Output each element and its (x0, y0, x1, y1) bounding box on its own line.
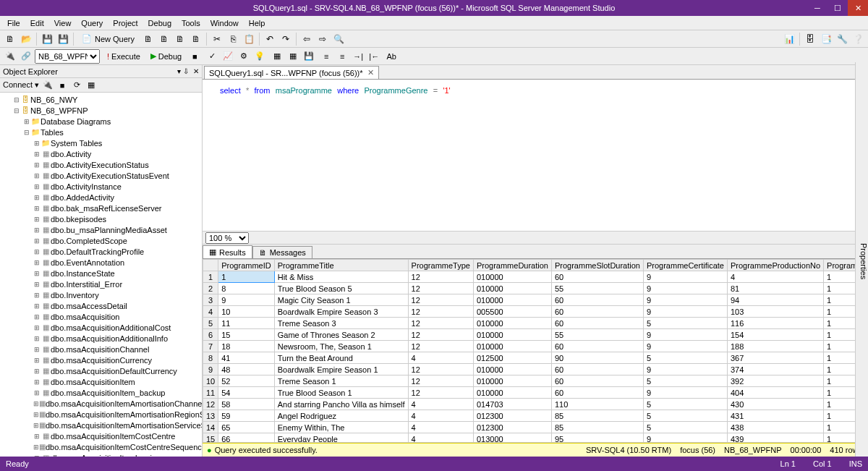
tree-item[interactable]: ⊞Database Diagrams (0, 116, 202, 127)
paste-icon[interactable]: 📋 (242, 32, 256, 46)
tree-item[interactable]: ⊞dbo.ActivityExecutionStatusEvent (0, 170, 202, 181)
tree-item[interactable]: ⊞System Tables (0, 137, 202, 148)
tree-item[interactable]: ⊞dbo.Activity (0, 148, 202, 159)
tab-close-icon[interactable]: ✕ (367, 68, 374, 77)
tree-item[interactable]: ⊞dbo.AddedActivity (0, 192, 202, 203)
save-icon[interactable]: 💾 (40, 32, 54, 46)
sql-editor[interactable]: select * from msaProgramme where Program… (203, 80, 868, 232)
tree-item[interactable]: ⊞dbo.msaAcquisitionCurrency (0, 355, 202, 365)
nav-fwd-icon[interactable]: ⇨ (315, 32, 330, 46)
results-text-icon[interactable]: ▦ (270, 49, 284, 64)
reg-servers-icon[interactable]: 🗄 (803, 32, 817, 46)
tree-item[interactable]: ⊞dbo.bu_msaPlanningMediaAsset (0, 224, 202, 235)
stop-icon[interactable]: ■ (56, 80, 68, 91)
tab-messages[interactable]: 🗎Messages (252, 246, 312, 258)
results-grid-icon[interactable]: ▦ (286, 49, 300, 64)
tree-item[interactable]: ⊞dbo.ActivityInstance (0, 181, 202, 192)
tree-item[interactable]: ⊞dbo.msaAcquisitionItemAmortisationChann… (0, 398, 202, 409)
tree-item[interactable]: ⊞dbo.msaAcquisitionItemAmortisationServi… (0, 420, 202, 430)
specify-values-icon[interactable]: Ab (384, 49, 399, 64)
copy-icon[interactable]: ⎘ (226, 32, 240, 46)
tree-item[interactable]: ⊞dbo.msaAcquisitionItemCostCentre (0, 430, 202, 441)
tree-item[interactable]: ⊞dbo.msaAcquisition (0, 311, 202, 322)
connect-icon[interactable]: 🔌 (3, 49, 17, 64)
results-file-icon[interactable]: 💾 (302, 49, 316, 64)
menu-debug[interactable]: Debug (144, 17, 176, 29)
tree-item[interactable]: ⊞dbo.msaAcquisitionAdditionalInfo (0, 333, 202, 344)
redo-icon[interactable]: ↷ (278, 32, 293, 46)
undo-icon[interactable]: ↶ (263, 32, 277, 46)
tree-item[interactable]: ⊞dbo.Inventory (0, 289, 202, 300)
tree-item[interactable]: ⊞dbo.CompletedScope (0, 235, 202, 246)
find-icon[interactable]: 🔍 (331, 32, 346, 46)
tree-item[interactable]: ⊞dbo.msaAccessDetail (0, 300, 202, 311)
parse-icon[interactable]: ✓ (205, 49, 219, 64)
database-select[interactable]: NB_68_WPFNP (35, 49, 100, 64)
disconnect-icon[interactable]: 🔌 (42, 80, 54, 91)
tree-item[interactable]: ⊞dbo.bak_msaRefLicenseServer (0, 203, 202, 213)
tree-item[interactable]: ⊞dbo.DefaultTrackingProfile (0, 246, 202, 257)
menu-query[interactable]: Query (77, 17, 107, 29)
options-icon[interactable]: ⚙ (237, 49, 251, 64)
pin-icon[interactable]: ▾ ⇩ (177, 67, 189, 75)
tree-item[interactable]: ⊟NB_66_NWY (0, 94, 202, 105)
tree-item[interactable]: ⊞dbo.InstanceState (0, 268, 202, 279)
save-all-icon[interactable]: 💾 (56, 32, 70, 46)
new-project-icon[interactable]: 🗎 (3, 32, 17, 46)
menu-file[interactable]: File (3, 17, 25, 29)
open-icon[interactable]: 📂 (19, 32, 33, 46)
menu-project[interactable]: Project (109, 17, 142, 29)
menu-edit[interactable]: Edit (26, 17, 48, 29)
cancel-query-icon[interactable]: ■ (187, 49, 202, 64)
properties-tab[interactable]: Properties (855, 62, 868, 457)
results-grid-wrap[interactable]: ProgrammeIDProgrammeTitleProgrammeTypePr… (203, 259, 868, 442)
tree-item[interactable]: ⊞dbo.msaAcquisitionDefaultCurrency (0, 365, 202, 376)
tree-item[interactable]: ⊟Tables (0, 127, 202, 137)
cut-icon[interactable]: ✂ (210, 32, 224, 46)
uncomment-icon[interactable]: ≡ (335, 49, 349, 64)
menu-window[interactable]: Window (206, 17, 243, 29)
menu-view[interactable]: View (50, 17, 76, 29)
xmla-icon[interactable]: 🗎 (189, 32, 203, 46)
tree-item[interactable]: ⊞dbo.msaAcquisitionItem_backup (0, 387, 202, 398)
tab-sqlquery1[interactable]: SQLQuery1.sql - SR...WPFNP (focus (56))*… (204, 66, 379, 79)
intellisense-icon[interactable]: 💡 (252, 49, 267, 64)
change-conn-icon[interactable]: 🔗 (19, 49, 33, 64)
dmx-icon[interactable]: 🗎 (173, 32, 187, 46)
help-icon[interactable]: ❔ (851, 32, 865, 46)
tree-item[interactable]: ⊟NB_68_WPFNP (0, 105, 202, 116)
tree-item[interactable]: ⊞dbo.ActivityExecutionStatus (0, 159, 202, 170)
maximize-button[interactable]: ☐ (827, 0, 848, 16)
nav-back-icon[interactable]: ⇦ (299, 32, 314, 46)
tree-item[interactable]: ⊞dbo.EventAnnotation (0, 257, 202, 268)
menu-tools[interactable]: Tools (177, 17, 205, 29)
plan-icon[interactable]: 📈 (221, 49, 235, 64)
tree-item[interactable]: ⊞dbo.Interstitial_Error (0, 279, 202, 289)
props-icon[interactable]: 🔧 (835, 32, 849, 46)
indent-icon[interactable]: →| (351, 49, 365, 64)
zoom-select[interactable]: 100 % (205, 232, 249, 244)
de-icon[interactable]: 🗎 (141, 32, 156, 46)
object-tree[interactable]: ⊟NB_66_NWY⊟NB_68_WPFNP⊞Database Diagrams… (0, 93, 202, 457)
comment-icon[interactable]: ≡ (319, 49, 333, 64)
tree-item[interactable]: ⊞dbo.msaAcquisitionItem (0, 376, 202, 387)
tree-item[interactable]: ⊞dbo.msaAcquisitionChannel (0, 344, 202, 355)
tree-item[interactable]: ⊞dbo.bkepisodes (0, 213, 202, 224)
menu-help[interactable]: Help (244, 17, 270, 29)
execute-button[interactable]: ! Execute (103, 49, 145, 64)
connect-button[interactable]: Connect ▾ (3, 80, 39, 90)
refresh-icon[interactable]: ⟳ (71, 80, 82, 91)
outdent-icon[interactable]: |← (367, 49, 381, 64)
tree-item[interactable]: ⊞dbo.msaAcquisitionItemCostCentreSequenc… (0, 441, 202, 452)
minimize-button[interactable]: ─ (807, 0, 827, 16)
mdx-icon[interactable]: 🗎 (157, 32, 171, 46)
close-button[interactable]: ✕ (848, 0, 868, 16)
tree-item[interactable]: ⊞dbo.msaAcquisitionItemAmortisationRegio… (0, 409, 202, 420)
results-grid[interactable]: ProgrammeIDProgrammeTitleProgrammeTypePr… (203, 259, 868, 442)
close-panel-icon[interactable]: ✕ (193, 67, 199, 75)
debug-button[interactable]: ▶ Debug (146, 49, 186, 64)
filter-icon[interactable]: ▦ (85, 80, 97, 91)
tree-item[interactable]: ⊞dbo.msaAcquisitionAdditionalCost (0, 322, 202, 333)
activity-icon[interactable]: 📊 (782, 32, 796, 46)
tab-results[interactable]: ▦Results (203, 245, 252, 258)
